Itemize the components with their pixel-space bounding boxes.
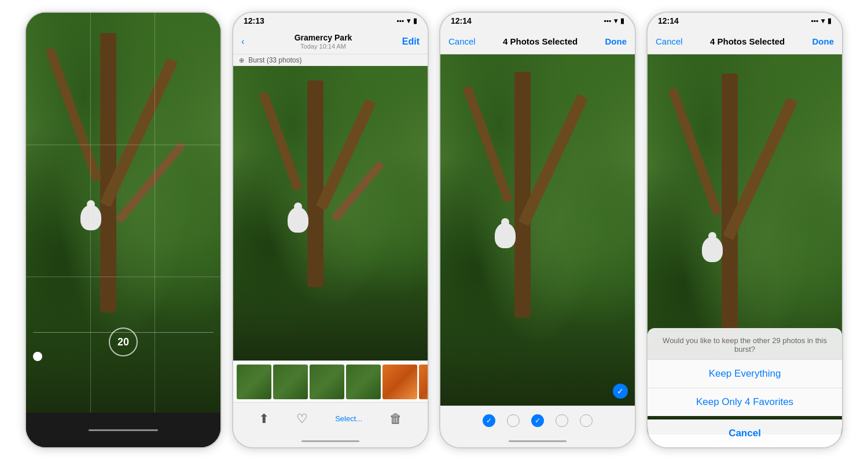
- nav-subtitle-2: Today 10:14 AM: [295, 43, 352, 50]
- nav-bar-4: Cancel 4 Photos Selected Done: [648, 29, 842, 54]
- nav-bar-3: Cancel 4 Photos Selected Done: [440, 29, 635, 54]
- wifi-icon-4: ▾: [821, 17, 825, 25]
- sel-check-5[interactable]: [580, 414, 593, 427]
- phone-screen-3: 12:14 ▪▪▪ ▾ ▮ Cancel 4 Photos Selected D…: [439, 12, 636, 448]
- bird-2: [288, 207, 308, 233]
- status-bar-2: 12:13 ▪▪▪ ▾ ▮: [233, 13, 428, 29]
- tree-photo-3: [440, 54, 635, 406]
- status-icons-4: ▪▪▪ ▾ ▮: [811, 17, 832, 25]
- status-bar-4: 12:14 ▪▪▪ ▾ ▮: [648, 13, 842, 29]
- nav-title-group-2: Gramercy Park Today 10:14 AM: [295, 33, 352, 50]
- burst-label-bar: ⊕ Burst (33 photos): [233, 54, 428, 66]
- nav-title-3: 4 Photos Selected: [503, 36, 578, 46]
- wifi-icon-3: ▾: [614, 17, 617, 25]
- phone-screen-1: 20: [25, 12, 222, 448]
- status-icons-3: ▪▪▪ ▾ ▮: [604, 17, 624, 25]
- bird-4: [702, 237, 723, 262]
- heart-icon[interactable]: ♡: [296, 411, 308, 426]
- done-button-3[interactable]: Done: [605, 36, 627, 46]
- thumb-5[interactable]: [382, 365, 417, 399]
- thumb-3[interactable]: [310, 365, 344, 399]
- status-time-4: 12:14: [658, 16, 679, 25]
- status-bar-3: 12:14 ▪▪▪ ▾ ▮: [440, 13, 635, 29]
- chevron-left-icon: ‹: [241, 36, 244, 47]
- back-button-2[interactable]: ‹: [241, 36, 244, 47]
- home-indicator-2: [233, 435, 428, 447]
- thumb-2[interactable]: [273, 365, 308, 399]
- main-photo-2: [233, 66, 428, 360]
- battery-icon-3: ▮: [620, 17, 624, 25]
- thumb-4[interactable]: [346, 365, 381, 399]
- wifi-icon: ▾: [407, 17, 410, 25]
- thumb-strip-2: [233, 360, 428, 402]
- main-photo-3: ✓: [440, 54, 635, 406]
- done-button-4[interactable]: Done: [812, 36, 834, 46]
- bottom-toolbar-2: ⬆ ♡ Select... 🗑: [233, 402, 428, 435]
- burst-counter: 20: [109, 327, 138, 356]
- action-sheet-message: Would you like to keep the other 29 phot…: [648, 328, 842, 360]
- battery-icon-4: ▮: [827, 17, 832, 25]
- trash-icon[interactable]: 🗑: [389, 411, 402, 426]
- keep-favorites-button[interactable]: Keep Only 4 Favorites: [648, 388, 842, 416]
- thumb-1[interactable]: [237, 365, 271, 399]
- edit-button-2[interactable]: Edit: [402, 36, 420, 47]
- bird: [80, 205, 101, 230]
- action-sheet-cancel-button[interactable]: Cancel: [648, 419, 842, 447]
- action-sheet-content: Would you like to keep the other 29 phot…: [648, 328, 842, 416]
- nav-title-4: 4 Photos Selected: [710, 36, 785, 46]
- home-indicator: [89, 429, 158, 431]
- battery-icon: ▮: [413, 17, 417, 25]
- camera-bottom-bar: [26, 413, 220, 447]
- nav-title-2: Gramercy Park: [295, 33, 352, 43]
- sel-check-3[interactable]: ✓: [531, 414, 544, 427]
- signal-icon-3: ▪▪▪: [604, 17, 611, 25]
- tree-photo-2: [233, 66, 428, 360]
- nav-bar-2: ‹ Gramercy Park Today 10:14 AM Edit: [233, 29, 428, 54]
- sel-check-4[interactable]: [556, 414, 568, 427]
- thumb-6[interactable]: [419, 365, 428, 399]
- action-sheet: Would you like to keep the other 29 phot…: [648, 328, 842, 447]
- status-time-2: 12:13: [244, 16, 264, 25]
- cancel-button-4[interactable]: Cancel: [656, 36, 683, 46]
- camera-dot: [33, 352, 42, 361]
- camera-viewfinder: 20: [26, 13, 220, 413]
- share-icon[interactable]: ⬆: [259, 411, 269, 426]
- signal-icon-4: ▪▪▪: [811, 17, 818, 25]
- bird-3: [495, 223, 516, 248]
- status-time-3: 12:14: [451, 16, 472, 25]
- cancel-button-3[interactable]: Cancel: [448, 36, 476, 46]
- home-indicator-3: [440, 435, 635, 447]
- photo-check-icon: ✓: [613, 384, 628, 399]
- tree-photo-bg: 20: [26, 13, 220, 413]
- signal-icon: ▪▪▪: [396, 17, 404, 25]
- burst-label: Burst (33 photos): [248, 56, 301, 64]
- phone-screen-4: 12:14 ▪▪▪ ▾ ▮ Cancel 4 Photos Selected D…: [646, 12, 843, 448]
- burst-icon: ⊕: [239, 57, 244, 64]
- status-icons-2: ▪▪▪ ▾ ▮: [396, 17, 417, 25]
- sel-check-2[interactable]: [507, 414, 520, 427]
- select-button[interactable]: Select...: [335, 414, 362, 423]
- keep-everything-button[interactable]: Keep Everything: [648, 360, 842, 388]
- phone-screen-2: 12:13 ▪▪▪ ▾ ▮ ‹ Gramercy Park Today 10:1…: [232, 12, 429, 448]
- selection-strip-3: ✓ ✓: [440, 406, 635, 435]
- sel-check-1[interactable]: ✓: [483, 414, 495, 427]
